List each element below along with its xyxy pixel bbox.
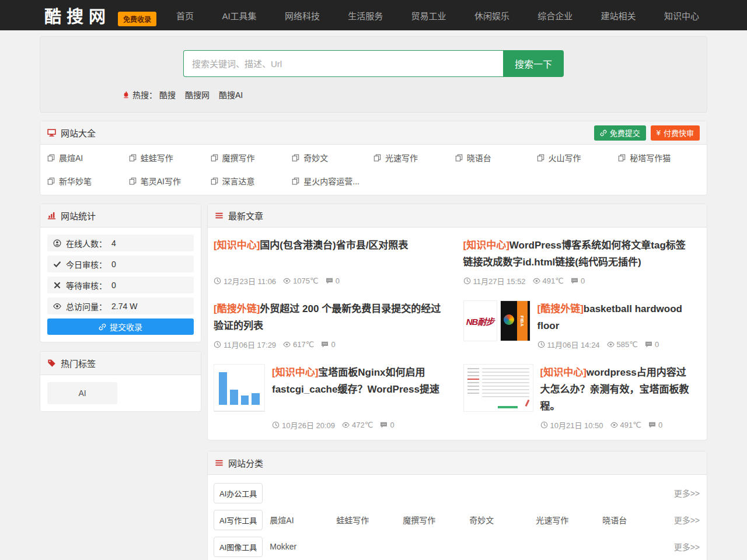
site-link[interactable]: 奇妙文 <box>292 146 374 169</box>
category-site-link[interactable]: 光速写作 <box>536 514 602 526</box>
monitor-icon <box>47 128 56 137</box>
category-label-ai-office[interactable]: AI办公工具 <box>214 483 263 503</box>
comment-icon <box>648 421 656 429</box>
category-label-ai-writing[interactable]: AI写作工具 <box>214 510 263 530</box>
article-item: [知识中心]国内(包含港澳台)省市县/区对照表 12月23日 11:06 107… <box>208 229 458 292</box>
category-site-link[interactable]: 晨煊AI <box>270 514 336 526</box>
site-link[interactable]: 深言达意 <box>211 169 292 192</box>
stat-value: 2.74 W <box>111 302 137 311</box>
nav-item-enterprises[interactable]: 综合企业 <box>537 9 573 22</box>
category-label-ai-image[interactable]: AI图像工具 <box>214 537 263 557</box>
article-category[interactable]: [酷搜外链] <box>537 303 584 314</box>
article-title-link[interactable]: [酷搜外链]basketball hardwood floor <box>537 300 694 334</box>
article-item: [知识中心]宝塔面板Nginx如何启用fastcgi_cache缓存？WordP… <box>208 356 458 436</box>
free-inclusion-badge[interactable]: 免费收录 <box>118 12 156 26</box>
article-thumbnail-nb[interactable]: NB耐步 <box>463 300 497 341</box>
stat-total-visits: 总访问量：2.74 W <box>47 298 194 314</box>
article-meta: 11月06日 14:24 585℃ 0 <box>537 334 694 350</box>
copy-icon <box>129 154 137 162</box>
article-item: [知识中心]wordpress占用内容过大怎么办？亲测有效，宝塔面板教程。 10… <box>458 356 707 436</box>
article-title-link[interactable]: [酷搜外链]外贸超过 200 个最新免费目录提交的经过验证的列表 <box>214 300 445 334</box>
site-link[interactable]: 魔撰写作 <box>211 146 292 169</box>
article-views: 1075℃ <box>293 276 319 285</box>
site-logo[interactable]: 酷搜网 <box>40 3 111 27</box>
category-site-link[interactable]: 蛙蛙写作 <box>336 514 403 526</box>
clock-icon <box>537 341 545 348</box>
hot-search-link[interactable]: 酷搜 <box>159 89 176 100</box>
articles-panel-header: 最新文章 <box>208 204 707 228</box>
nav-item-home[interactable]: 首页 <box>176 9 194 22</box>
category-site-link[interactable]: 魔撰写作 <box>403 514 469 526</box>
site-link[interactable]: 笔灵AI写作 <box>129 169 211 192</box>
article-thumbnail-fiba[interactable]: FIBA <box>500 300 530 341</box>
comment-icon <box>321 341 329 348</box>
site-link[interactable]: 晓语台 <box>455 146 537 169</box>
more-link[interactable]: 更多>> <box>674 514 700 526</box>
copy-icon <box>129 177 137 185</box>
copy-icon <box>455 154 463 162</box>
article-category[interactable]: [知识中心] <box>214 240 260 251</box>
tags-panel-header: 热门标签 <box>40 352 201 375</box>
article-category[interactable]: [知识中心] <box>463 240 509 251</box>
site-link[interactable]: 星火内容运营... <box>292 169 374 192</box>
tag-chip-ai[interactable]: AI <box>47 382 117 404</box>
comment-icon <box>571 277 578 285</box>
more-link[interactable]: 更多>> <box>674 487 700 499</box>
article-category[interactable]: [知识中心] <box>272 367 318 378</box>
stat-value: 0 <box>111 260 116 269</box>
article-thumbnail-chart[interactable] <box>214 364 265 412</box>
category-site-link[interactable]: 奇妙文 <box>469 514 536 526</box>
site-link[interactable]: 光速写作 <box>374 146 455 169</box>
copy-icon <box>292 177 299 185</box>
paid-review-label: 付费快审 <box>664 127 694 138</box>
eye-icon <box>342 421 350 429</box>
categories-panel-title: 网站分类 <box>228 457 263 469</box>
copy-icon <box>211 177 218 185</box>
nav-item-life-services[interactable]: 生活服务 <box>348 9 383 22</box>
submit-inclusion-button[interactable]: 提交收录 <box>47 318 194 335</box>
article-title-link[interactable]: [知识中心]国内(包含港澳台)省市县/区对照表 <box>214 237 445 254</box>
nav-item-knowledge-center[interactable]: 知识中心 <box>664 9 699 22</box>
article-category[interactable]: [知识中心] <box>540 367 587 378</box>
site-link[interactable]: 新华妙笔 <box>47 169 129 192</box>
comment-icon <box>645 341 652 348</box>
stat-reviewed-today: 今日审核：0 <box>47 256 194 272</box>
article-comments: 0 <box>331 340 335 349</box>
category-site-link[interactable]: 晓语台 <box>602 514 669 526</box>
nav-item-leisure[interactable]: 休闲娱乐 <box>474 9 509 22</box>
category-site-link[interactable]: Mokker <box>270 542 336 551</box>
site-link[interactable]: 秘塔写作猫 <box>618 146 700 169</box>
paid-review-button[interactable]: ¥ 付费快审 <box>651 125 700 141</box>
stats-panel-title: 网站统计 <box>61 209 96 222</box>
sites-panel: 网站大全 免费提交 ¥ 付费快审 晨煊AI 蛙蛙写作 魔撰写作 奇妙文 光速写作… <box>40 121 707 195</box>
article-title-link[interactable]: [知识中心]WordPress博客系统如何将文章tag标签链接改成数字id.ht… <box>463 237 694 271</box>
site-link[interactable]: 火山写作 <box>537 146 619 169</box>
site-link[interactable]: 蛙蛙写作 <box>129 146 211 169</box>
article-category[interactable]: [酷搜外链] <box>214 303 260 314</box>
nav-item-ai-tools[interactable]: AI工具集 <box>222 9 256 22</box>
nav-item-site-building[interactable]: 建站相关 <box>601 9 636 22</box>
nav-item-network-tech[interactable]: 网络科技 <box>285 9 320 22</box>
link-icon <box>600 130 607 136</box>
site-link[interactable]: 晨煊AI <box>47 146 129 169</box>
article-thumbnail-screenshot[interactable] <box>463 364 533 412</box>
search-input[interactable] <box>183 50 503 77</box>
stats-panel-header: 网站统计 <box>40 204 201 228</box>
article-views: 491℃ <box>620 421 641 429</box>
free-submit-button[interactable]: 免费提交 <box>594 125 646 141</box>
free-submit-label: 免费提交 <box>610 127 640 138</box>
search-button[interactable]: 搜索一下 <box>503 50 564 77</box>
categories-panel: 网站分类 AI办公工具 更多>> AI写作工具 晨煊AI 蛙蛙写作 魔撰写作 <box>207 451 707 560</box>
stat-value: 4 <box>111 239 116 248</box>
article-title-link[interactable]: [知识中心]wordpress占用内容过大怎么办？亲测有效，宝塔面板教程。 <box>540 364 694 415</box>
nav-item-trade-industry[interactable]: 贸易工业 <box>411 9 446 22</box>
article-meta: 11月06日 17:29 617℃ 0 <box>214 334 445 350</box>
user-icon <box>53 239 61 247</box>
article-views: 491℃ <box>543 276 564 285</box>
article-title-link[interactable]: [知识中心]宝塔面板Nginx如何启用fastcgi_cache缓存？WordP… <box>272 364 445 398</box>
hot-search-link[interactable]: 酷搜AI <box>219 89 243 100</box>
hot-search-link[interactable]: 酷搜网 <box>185 89 210 100</box>
clock-icon <box>540 421 548 429</box>
more-link[interactable]: 更多>> <box>674 541 700 552</box>
article-item: [酷搜外链]外贸超过 200 个最新免费目录提交的经过验证的列表 11月06日 … <box>208 292 458 356</box>
